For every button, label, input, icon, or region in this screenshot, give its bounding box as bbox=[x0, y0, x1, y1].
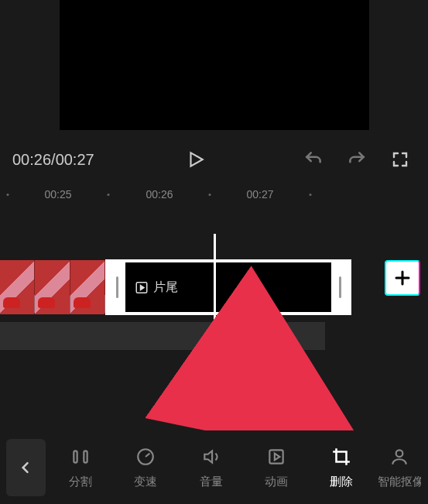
animate-icon bbox=[265, 445, 288, 468]
split-icon bbox=[69, 445, 92, 468]
video-clip-thumbnail[interactable] bbox=[0, 260, 105, 314]
tool-label: 删除 bbox=[330, 475, 353, 489]
tool-label: 智能抠像 bbox=[378, 475, 421, 489]
ruler-mark: 00:25 bbox=[44, 188, 71, 201]
ending-text: 片尾 bbox=[153, 279, 178, 296]
fullscreen-button[interactable] bbox=[385, 144, 416, 175]
total-time: 00:27 bbox=[56, 151, 94, 168]
svg-rect-7 bbox=[74, 451, 77, 462]
bottom-toolbar: 分割 变速 音量 动画 删除 智能抠像 bbox=[0, 430, 428, 504]
add-clip-button[interactable] bbox=[385, 260, 420, 296]
tool-label: 变速 bbox=[134, 475, 157, 489]
ruler-dot bbox=[209, 194, 211, 196]
time-display: 00:26/00:27 bbox=[12, 151, 94, 169]
playback-bar: 00:26/00:27 bbox=[0, 136, 428, 183]
tool-label: 音量 bbox=[200, 475, 223, 489]
tool-smart-cutout[interactable]: 智能抠像 bbox=[376, 445, 422, 489]
svg-marker-10 bbox=[204, 451, 212, 462]
plus-icon bbox=[393, 269, 412, 287]
timeline-area[interactable]: 片尾 bbox=[0, 221, 428, 392]
tool-split[interactable]: 分割 bbox=[50, 445, 111, 489]
ending-clip-label: 片尾 bbox=[135, 279, 178, 296]
timeline-ruler[interactable]: 00:25 00:26 00:27 bbox=[0, 183, 428, 206]
redo-button[interactable] bbox=[341, 144, 372, 175]
crop-delete-icon bbox=[330, 445, 353, 468]
ruler-dot bbox=[108, 194, 110, 196]
ruler-dot bbox=[310, 194, 312, 196]
speed-icon bbox=[134, 445, 157, 468]
clip-body[interactable]: 片尾 bbox=[125, 262, 331, 312]
ruler-mark: 00:26 bbox=[146, 188, 173, 201]
svg-rect-8 bbox=[84, 451, 87, 462]
chevron-left-icon bbox=[18, 460, 33, 475]
svg-marker-2 bbox=[141, 285, 145, 290]
current-time: 00:26 bbox=[12, 151, 51, 168]
tool-animate[interactable]: 动画 bbox=[246, 445, 306, 489]
selected-ending-clip[interactable]: 片尾 bbox=[105, 259, 351, 315]
play-button[interactable] bbox=[180, 144, 211, 175]
playhead[interactable] bbox=[214, 234, 216, 381]
tool-label: 动画 bbox=[265, 475, 288, 489]
svg-point-13 bbox=[395, 450, 402, 457]
video-preview-area bbox=[0, 0, 428, 136]
video-preview[interactable] bbox=[60, 0, 369, 130]
tool-speed[interactable]: 变速 bbox=[115, 445, 176, 489]
tool-delete[interactable]: 删除 bbox=[311, 445, 372, 489]
svg-marker-0 bbox=[191, 153, 203, 166]
undo-button[interactable] bbox=[298, 144, 329, 175]
ruler-mark: 00:27 bbox=[246, 188, 273, 201]
ruler-dot bbox=[7, 194, 9, 196]
back-button[interactable] bbox=[6, 439, 46, 496]
clip-handle-left[interactable] bbox=[108, 262, 125, 312]
person-icon bbox=[388, 445, 411, 468]
clip-handle-right[interactable] bbox=[331, 262, 348, 312]
secondary-track[interactable] bbox=[0, 322, 325, 350]
play-box-icon bbox=[135, 280, 149, 294]
volume-icon bbox=[200, 445, 223, 468]
tool-volume[interactable]: 音量 bbox=[180, 445, 241, 489]
svg-marker-12 bbox=[275, 454, 280, 461]
tool-label: 分割 bbox=[69, 475, 92, 489]
